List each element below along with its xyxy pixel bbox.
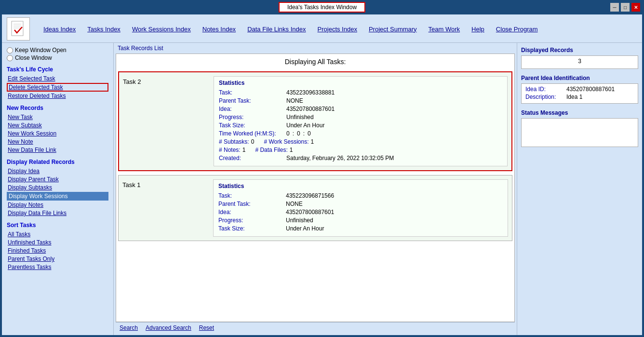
new-work-session-link[interactable]: New Work Session <box>7 130 108 137</box>
minimize-button[interactable]: ─ <box>610 3 619 12</box>
unfinished-tasks-link[interactable]: Unfinished Tasks <box>7 239 108 246</box>
title-bar: Idea's Tasks Index Window ─ □ ✕ <box>0 0 644 14</box>
task-list-header: Displaying All Tasks: <box>116 54 514 69</box>
close-button[interactable]: ✕ <box>631 3 640 12</box>
stats-task-value: 435223096338881 <box>286 89 335 96</box>
stats-created-label: Created: <box>219 155 286 162</box>
stats-task-label-2: Task: <box>218 192 286 199</box>
parent-tasks-only-link[interactable]: Parent Tasks Only <box>7 255 108 263</box>
stats-worksessions-item: # Work Sessions: 1 <box>264 138 314 145</box>
stats-notes-datafiles-row: # Notes: 1 # Data Files: 1 <box>219 147 502 153</box>
nav-projects-index[interactable]: Projects Index <box>312 24 363 35</box>
stats-idea-row-2: Idea: 435207800887601 <box>218 209 503 216</box>
maximize-button[interactable]: □ <box>621 3 630 12</box>
stats-parent-task-value-2: NONE <box>286 201 303 207</box>
main-content: Task Records List Displaying All Tasks: … <box>114 43 517 335</box>
close-window-radio-input[interactable] <box>7 55 13 61</box>
stats-parent-task-label-2: Parent Task: <box>218 201 286 207</box>
stats-notes-label: # Notes: <box>219 147 241 153</box>
task-lifecycle-title: Task's Life Cycle <box>7 66 108 73</box>
close-window-radio[interactable]: Close Window <box>7 54 108 61</box>
nav-bar: Ideas Index Tasks Index Work Sessions In… <box>2 14 642 43</box>
idea-id-row: Idea ID: 435207800887601 <box>525 86 634 93</box>
nav-close-program[interactable]: Close Program <box>490 24 544 35</box>
display-notes-link[interactable]: Display Notes <box>7 201 108 209</box>
keep-window-radio-input[interactable] <box>7 47 13 54</box>
stats-idea-label: Idea: <box>219 106 286 112</box>
new-task-link[interactable]: New Task <box>7 113 108 121</box>
stats-idea-row: Idea: 435207800887601 <box>219 106 502 112</box>
stats-task-label: Task: <box>219 89 286 96</box>
stats-tasksize-row: Task Size: Under An Hour <box>219 122 502 129</box>
edit-selected-task-link[interactable]: Edit Selected Task <box>7 75 108 82</box>
close-window-label: Close Window <box>15 54 52 61</box>
stats-parent-task-label: Parent Task: <box>219 97 286 104</box>
delete-selected-task-link[interactable]: Delete Selected Task <box>7 83 108 92</box>
stats-task-value-2: 435223096871566 <box>286 192 334 199</box>
nav-work-sessions-index[interactable]: Work Sessions Index <box>126 24 197 35</box>
task-card-task2-stats: Statistics Task: 435223096338881 Parent … <box>214 76 508 166</box>
new-data-file-link-link[interactable]: New Data File Link <box>7 146 108 154</box>
stats-tasksize-row-2: Task Size: Under An Hour <box>218 225 503 232</box>
stats-subtasks-value: 0 <box>251 138 255 145</box>
stats-timeworked-value: 0 : 0 : 0 <box>286 130 311 137</box>
task-list-scroll[interactable]: Task 2 Statistics Task: 435223096338881 … <box>116 69 514 322</box>
all-tasks-link[interactable]: All Tasks <box>7 230 108 238</box>
display-idea-link[interactable]: Display Idea <box>7 167 108 175</box>
nav-links: Ideas Index Tasks Index Work Sessions In… <box>38 24 544 35</box>
nav-tasks-index[interactable]: Tasks Index <box>81 24 126 35</box>
display-work-sessions-link[interactable]: Display Work Sessions <box>7 192 108 201</box>
nav-help[interactable]: Help <box>466 24 490 35</box>
reset-link[interactable]: Reset <box>199 324 214 331</box>
stats-subtasks-item: # Subtasks: 0 <box>219 138 254 145</box>
keep-window-label: Keep Window Open <box>15 47 67 54</box>
new-subtask-link[interactable]: New Subtask <box>7 121 108 129</box>
idea-id-value: 435207800887601 <box>566 86 615 93</box>
nav-data-file-links-index[interactable]: Data File Links Index <box>242 24 311 35</box>
stats-progress-value-2: Unfinished <box>286 217 313 224</box>
nav-notes-index[interactable]: Notes Index <box>197 24 242 35</box>
nav-project-summary[interactable]: Project Summary <box>363 24 423 35</box>
window-title: Idea's Tasks Index Window <box>279 2 365 13</box>
stats-parent-task-row: Parent Task: NONE <box>219 97 502 104</box>
search-bar: Search Advanced Search Reset <box>116 322 515 333</box>
idea-id-label: Idea ID: <box>525 86 566 93</box>
sort-tasks-title: Sort Tasks <box>7 222 108 229</box>
display-subtasks-link[interactable]: Display Subtasks <box>7 184 108 191</box>
task-card-task1-name: Task 1 <box>122 179 209 237</box>
advanced-search-link[interactable]: Advanced Search <box>146 324 191 331</box>
display-data-file-links-link[interactable]: Display Data File Links <box>7 209 108 217</box>
stats-timeworked-label: Time Worked (H:M:S): <box>219 130 286 137</box>
nav-ideas-index[interactable]: Ideas Index <box>38 24 81 35</box>
nav-team-work[interactable]: Team Work <box>423 24 466 35</box>
new-note-link[interactable]: New Note <box>7 138 108 146</box>
stats-title-2: Statistics <box>218 183 503 189</box>
restore-deleted-tasks-link[interactable]: Restore Deleted Tasks <box>7 92 108 100</box>
display-related-records-title: Display Related Records <box>7 159 108 165</box>
time-s: 0 <box>308 130 311 137</box>
stats-parent-task-row-2: Parent Task: NONE <box>218 201 503 207</box>
description-value: Idea 1 <box>566 94 582 100</box>
content-area: Keep Window Open Close Window Task's Lif… <box>2 43 642 335</box>
stats-idea-value: 435207800887601 <box>286 106 335 112</box>
parentless-tasks-link[interactable]: Parentless Tasks <box>7 263 108 271</box>
displayed-records-title: Displayed Records <box>521 47 638 54</box>
stats-idea-label-2: Idea: <box>218 209 286 216</box>
search-link[interactable]: Search <box>120 324 138 331</box>
stats-subtasks-sessions-row: # Subtasks: 0 # Work Sessions: 1 <box>219 138 502 145</box>
display-parent-task-link[interactable]: Display Parent Task <box>7 175 108 183</box>
stats-notes-item: # Notes: 1 <box>219 147 245 153</box>
stats-datafiles-label: # Data Files: <box>255 147 287 153</box>
stats-progress-value: Unfinished <box>286 114 314 121</box>
stats-timeworked-row: Time Worked (H:M:S): 0 : 0 : 0 <box>219 130 502 137</box>
task-card-task2[interactable]: Task 2 Statistics Task: 435223096338881 … <box>118 71 512 171</box>
finished-tasks-link[interactable]: Finished Tasks <box>7 247 108 255</box>
task-card-task1[interactable]: Task 1 Statistics Task: 435223096871566 … <box>118 175 512 241</box>
keep-window-open-radio[interactable]: Keep Window Open <box>7 47 108 54</box>
displayed-records-box: 3 <box>521 55 638 69</box>
app-logo <box>7 17 30 40</box>
task-records-label: Task Records List <box>116 45 515 52</box>
time-h: 0 <box>286 130 290 137</box>
stats-task-row-2: Task: 435223096871566 <box>218 192 503 199</box>
stats-notes-value: 1 <box>242 147 246 153</box>
